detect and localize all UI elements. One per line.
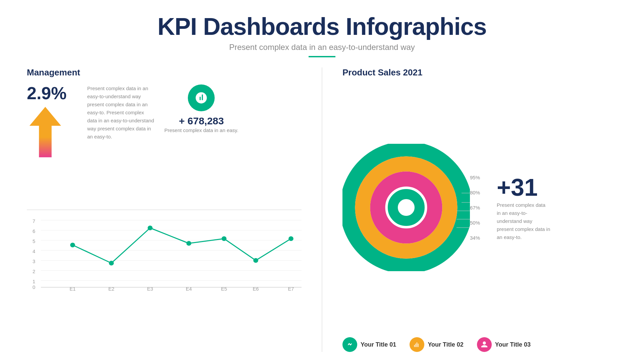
legend-label-1: Your Title 01 [361,341,396,348]
legend-icon-1 [342,337,357,352]
data-point-e3 [148,226,153,230]
big-stat-section: +31 Present complex data in an easy-to-u… [497,174,550,241]
page-subtitle: Present complex data in an easy-to-under… [157,43,486,52]
legend-label-3: Your Title 03 [495,341,531,348]
page-title: KPI Dashboards Infographics [157,13,486,40]
icon-stats-section: + 678,283 Present complex data in an eas… [164,84,238,134]
label-67: 67% [470,205,480,210]
big-stat-description: Present complex data in an easy-to-under… [497,201,550,241]
header-divider [309,56,335,57]
donut-chart [342,144,470,271]
legend-row: Your Title 01 Your Title 02 [342,337,617,352]
label-34: 34% [470,235,480,241]
svg-text:1: 1 [33,279,35,284]
svg-text:5: 5 [33,239,35,244]
svg-text:0: 0 [33,285,35,290]
legend-label-2: Your Title 02 [428,341,463,348]
legend-item-2: Your Title 02 [410,337,463,352]
product-sales-title: Product Sales 2021 [342,67,617,78]
data-point-e5 [222,236,227,241]
people-icon [481,341,488,348]
svg-text:4: 4 [33,249,35,254]
stats-icon-circle [188,84,215,111]
svg-marker-0 [30,107,61,158]
svg-text:E2: E2 [108,286,114,291]
data-point-e2 [109,261,114,265]
donut-area: 95% 80% 67% 50% 34% +31 Present complex … [342,84,617,330]
svg-text:3: 3 [33,259,35,264]
donut-svg [342,144,470,271]
donut-percent-labels: 95% 80% 67% 50% 34% [470,175,480,241]
svg-text:E6: E6 [253,286,259,291]
svg-text:E4: E4 [186,286,192,291]
arrow-up-icon [27,105,64,159]
management-row: 2.9% [27,84,302,159]
svg-text:6: 6 [33,229,35,234]
svg-text:E3: E3 [147,286,153,291]
page: KPI Dashboards Infographics Present comp… [0,0,644,362]
legend-item-3: Your Title 03 [477,337,531,352]
label-80: 80% [470,190,480,195]
donut-center [399,200,414,215]
chart-bar-icon [195,91,208,105]
svg-text:2: 2 [33,269,35,274]
svg-text:7: 7 [33,219,35,224]
header: KPI Dashboards Infographics Present comp… [157,13,486,57]
data-point-e7 [288,236,293,241]
stats-number: + 678,283 [179,115,224,127]
percentage-value: 2.9% [27,84,67,102]
arrow-section: 2.9% [27,84,77,159]
main-content: Management 2.9% [27,67,617,352]
megaphone-icon [346,341,354,348]
line-chart: 7 6 5 4 3 2 1 0 [27,217,302,291]
management-section: Management 2.9% [27,67,302,210]
left-panel: Management 2.9% [27,67,322,352]
data-point-e1 [70,243,75,247]
chart-section: 7 6 5 4 3 2 1 0 [27,210,302,352]
stats-description: Present complex data in an easy. [164,127,238,134]
svg-text:E5: E5 [221,286,227,291]
legend-item-1: Your Title 01 [342,337,396,352]
label-50: 50% [470,220,480,226]
management-description: Present complex data in an easy-to-under… [87,84,154,141]
right-panel: Product Sales 2021 [322,67,617,352]
management-title: Management [27,67,302,78]
svg-text:E7: E7 [288,286,294,291]
data-point-e6 [253,258,258,263]
data-point-e4 [186,241,192,246]
chart-icon [413,341,421,348]
svg-text:E1: E1 [70,286,76,291]
legend-icon-3 [477,337,492,352]
label-95: 95% [470,175,480,180]
legend-icon-2 [410,337,424,352]
big-stat-number: +31 [497,174,550,201]
